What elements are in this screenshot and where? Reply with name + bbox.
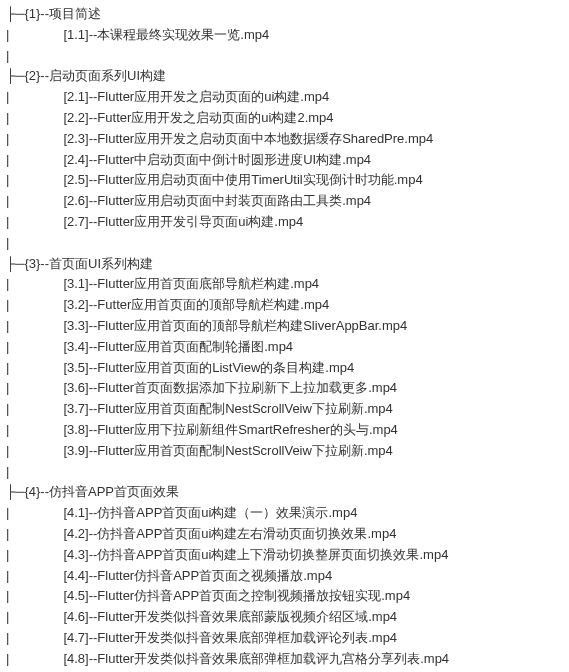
list-item: |[2.6]--Flutter应用启动页面中封装页面路由工具类.mp4 xyxy=(6,191,563,212)
item-number: [3.6] xyxy=(63,380,88,395)
section-header: ├─{1}--项目简述 xyxy=(6,4,563,25)
indent xyxy=(9,89,63,104)
item-number: [3.2] xyxy=(63,297,88,312)
section-index: {4} xyxy=(24,484,40,499)
indent xyxy=(9,651,63,666)
item-label: Flutter应用开发之启动页面的ui构建.mp4 xyxy=(97,89,329,104)
section-title: 项目简述 xyxy=(49,6,101,21)
list-item: |[3.7]--Flutter应用首页面配制NestScrollVeiw下拉刷新… xyxy=(6,399,563,420)
tree-connector-icon: ├─ xyxy=(6,68,24,83)
item-label: Flutter仿抖音APP首页面之视频播放.mp4 xyxy=(97,568,332,583)
section-header: ├─{4}--仿抖音APP首页面效果 xyxy=(6,482,563,503)
section-index: {2} xyxy=(24,68,40,83)
item-label: Futter应用首页面的顶部导航栏构建.mp4 xyxy=(97,297,329,312)
section-title: 启动页面系列UI构建 xyxy=(49,68,166,83)
list-item: |[3.5]--Flutter应用首页面的ListView的条目构建.mp4 xyxy=(6,358,563,379)
item-number: [4.5] xyxy=(63,588,88,603)
item-label: Flutter开发类似抖音效果底部弹框加载评论列表.mp4 xyxy=(97,630,397,645)
section-index: {1} xyxy=(24,6,40,21)
indent xyxy=(9,443,63,458)
indent xyxy=(9,588,63,603)
list-item: |[4.8]--Flutter开发类似抖音效果底部弹框加载评九宫格分享列表.mp… xyxy=(6,649,563,670)
indent xyxy=(9,526,63,541)
item-number: [4.4] xyxy=(63,568,88,583)
item-number: [3.1] xyxy=(63,276,88,291)
indent xyxy=(9,360,63,375)
indent xyxy=(9,339,63,354)
list-item: |[2.7]--Flutter应用开发引导页面ui构建.mp4 xyxy=(6,212,563,233)
item-label: Flutter应用启动页面中封装页面路由工具类.mp4 xyxy=(97,193,371,208)
blank-row: | xyxy=(6,46,563,67)
indent xyxy=(9,505,63,520)
item-number: [3.5] xyxy=(63,360,88,375)
item-number: [2.6] xyxy=(63,193,88,208)
blank-row: | xyxy=(6,462,563,483)
indent xyxy=(9,547,63,562)
item-label: Flutter开发类似抖音效果底部蒙版视频介绍区域.mp4 xyxy=(97,609,397,624)
blank-row: | xyxy=(6,233,563,254)
item-label: Flutter应用开发引导页面ui构建.mp4 xyxy=(97,214,303,229)
item-label: Flutter仿抖音APP首页面之控制视频播放按钮实现.mp4 xyxy=(97,588,410,603)
item-label: 仿抖音APP首页面ui构建左右滑动页面切换效果.mp4 xyxy=(97,526,396,541)
item-number: [2.7] xyxy=(63,214,88,229)
indent xyxy=(9,609,63,624)
list-item: |[1.1]--本课程最终实现效果一览.mp4 xyxy=(6,25,563,46)
item-number: [4.2] xyxy=(63,526,88,541)
course-outline-tree: ├─{1}--项目简述|[1.1]--本课程最终实现效果一览.mp4|├─{2}… xyxy=(6,4,563,672)
indent xyxy=(9,172,63,187)
tree-connector-icon: ├─ xyxy=(6,6,24,21)
list-item: |[4.1]--仿抖音APP首页面ui构建（一）效果演示.mp4 xyxy=(6,503,563,524)
list-item: |[3.1]--Flutter应用首页面底部导航栏构建.mp4 xyxy=(6,274,563,295)
list-item: |[3.2]--Futter应用首页面的顶部导航栏构建.mp4 xyxy=(6,295,563,316)
list-item: |[4.3]--仿抖音APP首页面ui构建上下滑动切换整屏页面切换效果.mp4 xyxy=(6,545,563,566)
indent xyxy=(9,193,63,208)
item-label: Flutter应用启动页面中使用TimerUtil实现倒计时功能.mp4 xyxy=(97,172,422,187)
item-number: [3.9] xyxy=(63,443,88,458)
separator: -- xyxy=(40,6,49,21)
list-item: |[2.2]--Futter应用开发之启动页面的ui构建2.mp4 xyxy=(6,108,563,129)
indent xyxy=(9,152,63,167)
item-label: 仿抖音APP首页面ui构建上下滑动切换整屏页面切换效果.mp4 xyxy=(97,547,448,562)
item-number: [2.2] xyxy=(63,110,88,125)
section-title: 首页面UI系列构建 xyxy=(49,256,153,271)
item-number: [2.3] xyxy=(63,131,88,146)
indent xyxy=(9,276,63,291)
section-index: {3} xyxy=(24,256,40,271)
item-label: Flutter应用首页面配制NestScrollVeiw下拉刷新.mp4 xyxy=(97,443,392,458)
separator: -- xyxy=(40,256,49,271)
item-number: [2.4] xyxy=(63,152,88,167)
item-label: Flutter应用首页面的顶部导航栏构建SliverAppBar.mp4 xyxy=(97,318,407,333)
item-number: [4.3] xyxy=(63,547,88,562)
list-item: |[2.1]--Flutter应用开发之启动页面的ui构建.mp4 xyxy=(6,87,563,108)
item-number: [3.4] xyxy=(63,339,88,354)
indent xyxy=(9,214,63,229)
item-number: [2.1] xyxy=(63,89,88,104)
section-title: 仿抖音APP首页面效果 xyxy=(49,484,179,499)
item-label: Flutter开发类似抖音效果底部弹框加载评九宫格分享列表.mp4 xyxy=(97,651,449,666)
list-item: |[4.7]--Flutter开发类似抖音效果底部弹框加载评论列表.mp4 xyxy=(6,628,563,649)
item-label: Flutter应用首页面配制NestScrollVeiw下拉刷新.mp4 xyxy=(97,401,392,416)
item-label: Flutter应用首页面的ListView的条目构建.mp4 xyxy=(97,360,354,375)
list-item: |[4.4]--Flutter仿抖音APP首页面之视频播放.mp4 xyxy=(6,566,563,587)
list-item: |[4.5]--Flutter仿抖音APP首页面之控制视频播放按钮实现.mp4 xyxy=(6,586,563,607)
item-number: [4.1] xyxy=(63,505,88,520)
item-number: [2.5] xyxy=(63,172,88,187)
indent xyxy=(9,297,63,312)
item-label: 仿抖音APP首页面ui构建（一）效果演示.mp4 xyxy=(97,505,357,520)
item-label: Futter应用开发之启动页面的ui构建2.mp4 xyxy=(97,110,333,125)
item-label: Flutter应用首页面底部导航栏构建.mp4 xyxy=(97,276,319,291)
item-number: [3.7] xyxy=(63,401,88,416)
item-number: [3.3] xyxy=(63,318,88,333)
tree-connector-icon: ├─ xyxy=(6,484,24,499)
list-item: |[4.2]--仿抖音APP首页面ui构建左右滑动页面切换效果.mp4 xyxy=(6,524,563,545)
item-label: Flutter首页面数据添加下拉刷新下上拉加载更多.mp4 xyxy=(97,380,397,395)
list-item: |[4.6]--Flutter开发类似抖音效果底部蒙版视频介绍区域.mp4 xyxy=(6,607,563,628)
list-item: |[3.8]--Flutter应用下拉刷新组件SmartRefresher的头与… xyxy=(6,420,563,441)
indent xyxy=(9,110,63,125)
item-label: Flutter中启动页面中倒计时圆形进度UI构建.mp4 xyxy=(97,152,371,167)
tree-pipe-icon: | xyxy=(6,46,9,67)
item-label: Flutter应用首页面配制轮播图.mp4 xyxy=(97,339,293,354)
list-item: |[3.3]--Flutter应用首页面的顶部导航栏构建SliverAppBar… xyxy=(6,316,563,337)
item-label: Flutter应用下拉刷新组件SmartRefresher的头与.mp4 xyxy=(97,422,398,437)
section-header: ├─{2}--启动页面系列UI构建 xyxy=(6,66,563,87)
